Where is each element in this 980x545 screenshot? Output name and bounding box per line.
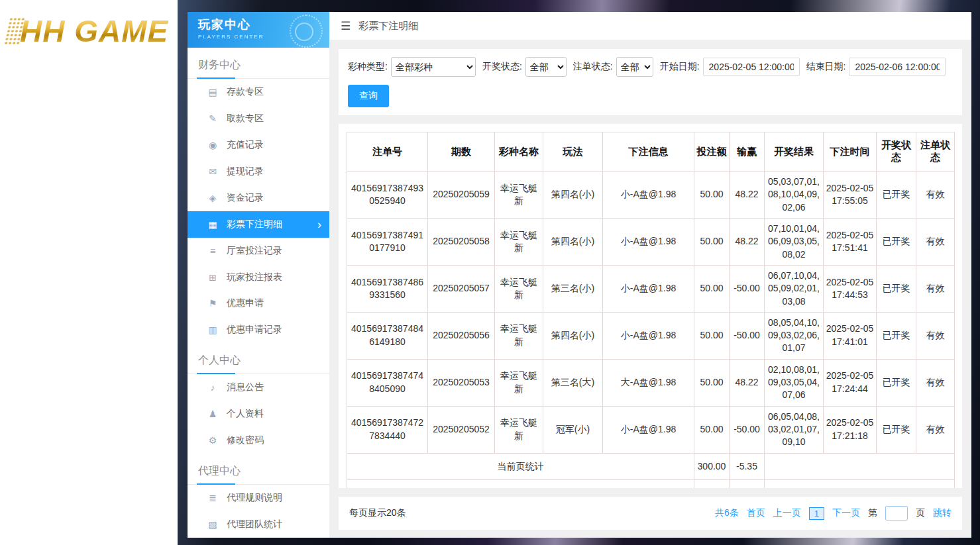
cell-lottery-name: 幸运飞艇新 [495, 172, 543, 219]
jump-suffix-label: 页 [916, 507, 925, 519]
summary-label: 当前页统计 [347, 453, 694, 479]
cell-order-status: 有效 [916, 359, 955, 406]
start-date-input[interactable] [703, 58, 800, 76]
summary-empty [765, 479, 955, 488]
sidebar-item-promo-records[interactable]: ▥ 优惠申请记录 [188, 317, 329, 343]
cell-bet-info: 小-A盘@1.98 [603, 406, 694, 453]
sidebar-item-label: 个人资料 [227, 408, 264, 420]
summary-row-total: 总统计 300.00 -5.35 [347, 479, 955, 488]
sidebar-item-label: 玩家投注报表 [227, 272, 282, 283]
sidebar-item-agent-team-stats[interactable]: ▧ 代理团队统计 [188, 511, 329, 538]
page: HH GAME 玩家中心 PLAYERS CENTER 财务中心 ▤ 存款专区 … [0, 0, 980, 545]
jump-button[interactable]: 跳转 [933, 507, 952, 519]
sidebar-item-player-bet-report[interactable]: ⊞ 玩家投注报表 [188, 264, 329, 291]
current-page[interactable]: 1 [809, 507, 824, 520]
draw-status-label: 开奖状态: [482, 61, 522, 73]
sidebar-item-change-password[interactable]: ⚙ 修改密码 [188, 427, 329, 454]
sidebar: 玩家中心 PLAYERS CENTER 财务中心 ▤ 存款专区 ✎ 取款专区 ◉… [188, 12, 329, 538]
next-page-link[interactable]: 下一页 [832, 507, 860, 519]
sidebar-item-label: 优惠申请记录 [227, 324, 282, 336]
sidebar-item-deposit[interactable]: ▤ 存款专区 [188, 79, 329, 105]
col-header-lottery-name: 彩种名称 [495, 132, 543, 172]
col-header-bet-info: 下注信息 [603, 132, 694, 172]
pagination-bar: 每页显示20条 共6条 首页 上一页 1 下一页 第 页 跳转 [339, 497, 962, 530]
cell-bet-time: 2025-02-05 17:24:44 [824, 359, 877, 406]
lottery-bet-details-icon: ▦ [207, 219, 218, 230]
sidebar-item-label: 优惠申请 [227, 297, 264, 309]
cell-winloss: 48.22 [730, 359, 765, 406]
first-page-link[interactable]: 首页 [747, 507, 765, 519]
cell-bet-amount: 50.00 [694, 312, 730, 359]
cell-order-status: 有效 [916, 172, 955, 219]
cell-order-status: 有效 [916, 406, 955, 453]
sidebar-item-label: 彩票下注明细 [227, 219, 282, 230]
summary-empty [765, 453, 955, 479]
cell-period: 20250205057 [428, 265, 495, 312]
cell-winloss: -50.00 [730, 312, 765, 359]
col-header-play: 玩法 [543, 132, 603, 172]
menu-icon[interactable]: ☰ [341, 19, 351, 33]
cell-play: 第四名(小) [543, 312, 603, 359]
col-header-period: 期数 [428, 132, 495, 172]
sidebar-item-agent-rules[interactable]: ≣ 代理规则说明 [188, 485, 329, 511]
hall-bet-records-icon: ≡ [207, 246, 218, 256]
cell-lottery-name: 幸运飞艇新 [495, 359, 543, 406]
funds-record-icon: ◈ [207, 193, 218, 203]
sidebar-item-announcements[interactable]: ♪ 消息公告 [188, 374, 329, 401]
cell-bet-time: 2025-02-05 17:41:01 [824, 312, 877, 359]
sidebar-item-profile[interactable]: ♟ 个人资料 [188, 401, 329, 427]
sidebar-item-label: 资金记录 [227, 192, 264, 204]
cell-draw-result: 05,03,07,01,08,10,04,09,02,06 [765, 172, 824, 219]
search-button[interactable]: 查询 [348, 85, 389, 107]
prev-page-link[interactable]: 上一页 [773, 507, 801, 519]
cell-bet-id: 401569173874727834440 [347, 406, 428, 453]
cell-bet-time: 2025-02-05 17:55:05 [824, 172, 877, 219]
end-date-input[interactable] [849, 58, 946, 76]
summary-bet-amount: 300.00 [694, 453, 730, 479]
left-pane: HH GAME [0, 0, 178, 545]
bet-table-panel: 注单号 期数 彩种名称 玩法 下注信息 投注额 输赢 开奖结果 下注时间 开 [339, 124, 962, 488]
page-title: 彩票下注明细 [358, 20, 418, 32]
total-count: 共6条 [715, 507, 739, 519]
sidebar-item-hall-bet-records[interactable]: ≡ 厅室投注记录 [188, 238, 329, 264]
sidebar-item-funds-record[interactable]: ◈ 资金记录 [188, 185, 329, 211]
cell-bet-id: 401569173874869331560 [347, 265, 428, 312]
sidebar-item-withdraw[interactable]: ✎ 取款专区 [188, 105, 329, 132]
cell-order-status: 有效 [916, 312, 955, 359]
cell-order-status: 有效 [916, 218, 955, 265]
summary-winloss: -5.35 [730, 479, 765, 488]
sidebar-item-withdrawal-record[interactable]: ✉ 提现记录 [188, 158, 329, 185]
cell-bet-info: 大-A盘@1.98 [603, 359, 694, 406]
cell-winloss: 48.22 [730, 172, 765, 219]
player-bet-report-icon: ⊞ [207, 272, 218, 283]
cell-draw-result: 06,07,10,04,05,09,02,01,03,08 [765, 265, 824, 312]
cell-draw-status: 已开奖 [877, 359, 916, 406]
cell-play: 第四名(小) [543, 218, 603, 265]
order-status-select[interactable]: 全部 [616, 57, 653, 77]
sidebar-item-promo-apply[interactable]: ⚑ 优惠申请 [188, 291, 329, 317]
lottery-type-select[interactable]: 全部彩种 [391, 57, 476, 77]
sidebar-item-lottery-bet-details[interactable]: ▦ 彩票下注明细 › [188, 211, 329, 238]
profile-icon: ♟ [207, 409, 218, 419]
col-header-draw-result: 开奖结果 [765, 132, 824, 172]
cell-period: 20250205059 [428, 172, 495, 219]
jump-page-input[interactable] [885, 506, 908, 520]
table-row: 401569173874748405090 20250205053 幸运飞艇新 … [347, 359, 955, 406]
jump-prefix-label: 第 [868, 507, 877, 519]
cell-winloss: -50.00 [730, 265, 765, 312]
agent-rules-icon: ≣ [207, 493, 218, 503]
table-row: 401569173874930525940 20250205059 幸运飞艇新 … [347, 172, 955, 219]
cell-bet-info: 小-A盘@1.98 [603, 172, 694, 219]
sidebar-item-label: 充值记录 [227, 139, 264, 151]
sidebar-item-recharge-record[interactable]: ◉ 充值记录 [188, 132, 329, 158]
summary-row-current-page: 当前页统计 300.00 -5.35 [347, 453, 955, 479]
table-row: 401569173874910177910 20250205058 幸运飞艇新 … [347, 218, 955, 265]
promo-records-icon: ▥ [207, 324, 218, 335]
sidebar-item-label: 修改密码 [227, 434, 264, 446]
filter-panel: 彩种类型: 全部彩种 开奖状态: 全部 [339, 49, 962, 115]
col-header-bet-amount: 投注额 [694, 132, 730, 172]
draw-status-select[interactable]: 全部 [525, 57, 567, 77]
cell-period: 20250205052 [428, 406, 495, 453]
deposit-icon: ▤ [207, 87, 218, 97]
cell-order-status: 有效 [916, 265, 955, 312]
